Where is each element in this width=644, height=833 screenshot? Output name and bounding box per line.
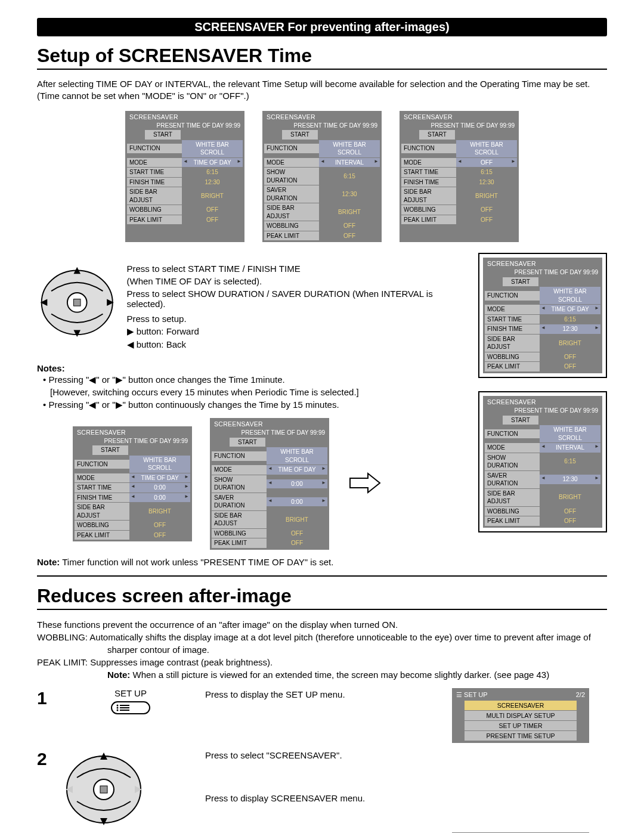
dpad-icon	[37, 264, 117, 341]
step-1-visual: SET UP	[62, 688, 199, 716]
osd-menu: SCREENSAVER PRESENT TIME OF DAY 99:99 ST…	[73, 426, 192, 542]
setup-menu-item: PRESENT TIME SETUP	[465, 731, 577, 741]
osd-menu: SCREENSAVER PRESENT TIME OF DAY 99:99 ST…	[125, 111, 244, 243]
osd-menu: SCREENSAVER PRESENT TIME OF DAY 99:99 ST…	[210, 418, 329, 550]
note-1b: [However, switching occurs every 15 minu…	[43, 386, 460, 398]
svg-rect-2	[73, 299, 80, 306]
dpad-instructions: Press to select START TIME / FINISH TIME…	[127, 264, 461, 352]
notes-head: Notes:	[37, 363, 460, 373]
step-2-num: 2	[37, 749, 56, 769]
wobbling-desc: WOBBLING: Automatically shifts the displ…	[37, 631, 607, 656]
svg-point-14	[117, 709, 119, 711]
section-b-title: Reduces screen after-image	[37, 585, 607, 610]
step-1-num: 1	[37, 688, 56, 708]
peak-note: Note: When a still picture is viewed for…	[37, 668, 607, 681]
osd-menu: SCREENSAVER PRESENT TIME OF DAY 99:99 ST…	[262, 111, 382, 243]
setup-menu-item: SET UP TIMER	[465, 721, 577, 730]
step-1-text: Press to display the SET UP menu.	[205, 688, 446, 702]
osd-menu: SCREENSAVER PRESENT TIME OF DAY 99:99 ST…	[400, 111, 519, 243]
step-2-text: Press to select "SCREENSAVER". Press to …	[205, 749, 446, 806]
section-a-title: Setup of SCREENSAVER Time	[37, 45, 607, 70]
peak-desc: PEAK LIMIT: Suppresses image contrast (p…	[37, 656, 607, 668]
svg-marker-7	[350, 473, 380, 493]
timer-note: Note: Note: Timer function will not work…	[37, 557, 607, 567]
section-b-intro: These functions prevent the occurrence o…	[37, 618, 607, 631]
step-2-dpad	[62, 749, 199, 826]
setup-menu-item: MULTI DISPLAY SETUP	[465, 711, 577, 720]
svg-point-12	[117, 704, 119, 706]
svg-point-13	[117, 707, 119, 708]
note-2: • Pressing "◀" or "▶" button continuousl…	[43, 398, 460, 411]
svg-rect-17	[100, 786, 107, 793]
osd-menu: SCREENSAVER PRESENT TIME OF DAY 99:99 ST…	[483, 396, 602, 528]
section-a-intro: After selecting TIME OF DAY or INTERVAL,…	[37, 78, 607, 103]
setup-menu-item: SCREENSAVER	[465, 701, 577, 710]
note-1: • Pressing "◀" or "▶" button once change…	[43, 373, 460, 386]
setup-menu-panel: ☰ SET UP2/2 SCREENSAVERMULTI DISPLAY SET…	[452, 688, 607, 743]
osd-menu: SCREENSAVER PRESENT TIME OF DAY 99:99 ST…	[483, 258, 602, 373]
page-header: SCREENSAVER For preventing after-images)	[37, 18, 607, 36]
arrow-icon	[347, 471, 383, 497]
